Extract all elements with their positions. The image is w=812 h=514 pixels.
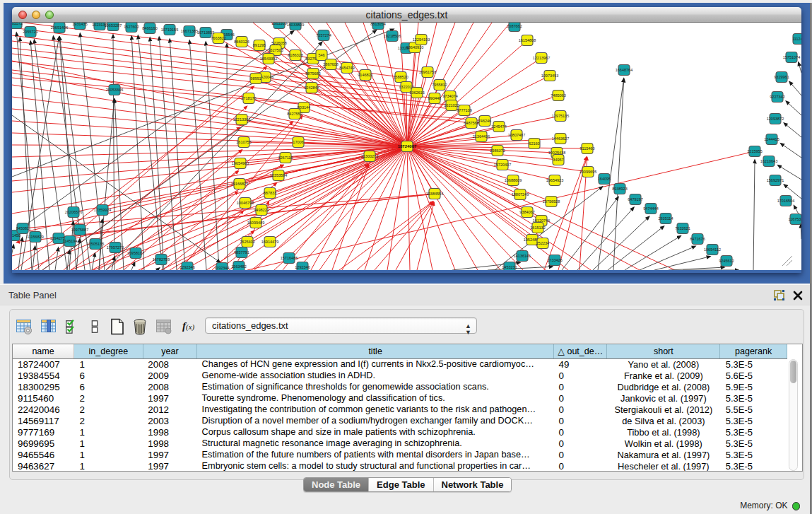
svg-text:17006: 17006	[293, 140, 303, 144]
svg-text:2986372: 2986372	[490, 148, 505, 153]
svg-text:16210643: 16210643	[760, 159, 777, 163]
svg-text:10046798: 10046798	[237, 201, 254, 205]
svg-text:10099695: 10099695	[579, 170, 596, 174]
svg-text:16961758: 16961758	[419, 70, 436, 74]
svg-text:12353594: 12353594	[270, 173, 287, 177]
svg-text:2935114: 2935114	[658, 216, 673, 221]
svg-text:845081: 845081	[16, 226, 29, 230]
svg-text:1292346: 1292346	[295, 265, 310, 269]
svg-text:19384554: 19384554	[426, 192, 443, 196]
svg-text:34957: 34957	[553, 158, 563, 162]
svg-text:16914479: 16914479	[261, 240, 278, 244]
svg-text:12093872: 12093872	[767, 117, 784, 121]
svg-text:10688609: 10688609	[505, 178, 522, 182]
svg-text:16154808: 16154808	[519, 38, 536, 42]
svg-text:19654963: 19654963	[232, 161, 249, 165]
svg-text:1621022: 1621022	[444, 103, 459, 107]
svg-text:9227342: 9227342	[770, 95, 784, 99]
svg-text:12213303: 12213303	[233, 117, 250, 122]
svg-text:9857791: 9857791	[234, 250, 249, 255]
svg-text:6487568: 6487568	[464, 121, 478, 125]
svg-text:9474444: 9474444	[643, 206, 658, 211]
svg-text:18724007: 18724007	[398, 144, 417, 148]
svg-text:62160: 62160	[529, 141, 539, 146]
svg-text:164095: 164095	[598, 177, 611, 181]
svg-text:12505135: 12505135	[87, 242, 104, 246]
svg-text:746246: 746246	[478, 119, 491, 123]
svg-text:111245: 111245	[792, 37, 801, 41]
svg-text:1244415: 1244415	[764, 137, 779, 141]
svg-text:1453231: 1453231	[502, 265, 517, 269]
svg-text:887833: 887833	[264, 191, 276, 195]
svg-text:12213967: 12213967	[533, 56, 550, 60]
svg-text:8466160: 8466160	[142, 26, 157, 30]
svg-text:8938923: 8938923	[612, 187, 627, 191]
svg-text:2055721: 2055721	[23, 30, 37, 34]
svg-text:2718176: 2718176	[241, 96, 256, 100]
svg-text:1733426: 1733426	[547, 258, 562, 262]
svg-text:17359924: 17359924	[94, 208, 111, 212]
svg-text:15692971: 15692971	[767, 178, 784, 182]
svg-text:1362615: 1362615	[409, 90, 424, 95]
svg-text:15716485: 15716485	[281, 256, 298, 260]
svg-text:3267110: 3267110	[278, 156, 293, 160]
svg-text:16782759: 16782759	[153, 257, 170, 262]
svg-text:9245612: 9245612	[719, 259, 734, 263]
svg-text:7663822: 7663822	[211, 36, 225, 40]
svg-text:1615132: 1615132	[530, 226, 545, 230]
svg-text:16033809: 16033809	[287, 23, 304, 27]
svg-text:8660124: 8660124	[234, 40, 249, 44]
svg-text:9734074: 9734074	[442, 94, 457, 98]
svg-text:17957273: 17957273	[107, 245, 124, 250]
svg-text:98991: 98991	[250, 76, 261, 81]
svg-text:990448: 990448	[428, 96, 441, 100]
svg-text:12975135: 12975135	[552, 114, 569, 118]
svg-text:8813054: 8813054	[370, 23, 385, 26]
svg-text:2867608: 2867608	[323, 62, 338, 66]
svg-text:1563482: 1563482	[231, 264, 246, 269]
svg-text:205572: 205572	[12, 23, 23, 25]
svg-text:7632621: 7632621	[675, 226, 690, 230]
svg-text:10756928: 10756928	[543, 199, 560, 204]
svg-text:7955812: 7955812	[432, 83, 447, 87]
svg-text:1588520: 1588520	[393, 75, 408, 79]
svg-text:8186328: 8186328	[288, 53, 302, 57]
svg-text:12254193: 12254193	[413, 37, 430, 42]
svg-text:10975887: 10975887	[71, 228, 88, 232]
svg-text:9777109: 9777109	[457, 108, 471, 112]
svg-text:891295: 891295	[253, 43, 266, 47]
svg-text:5875685: 5875685	[305, 71, 320, 76]
svg-text:21364436: 21364436	[473, 134, 490, 139]
svg-text:7485063: 7485063	[551, 93, 565, 98]
svg-text:9146821: 9146821	[358, 73, 372, 77]
svg-text:10973493: 10973493	[541, 74, 558, 78]
svg-text:16648764: 16648764	[616, 68, 632, 72]
svg-text:10958107: 10958107	[127, 251, 144, 255]
svg-text:7357274: 7357274	[316, 33, 331, 37]
svg-text:17016504: 17016504	[777, 199, 794, 203]
svg-text:9384067: 9384067	[519, 210, 534, 214]
svg-text:1527602: 1527602	[124, 25, 139, 29]
svg-text:14136141: 14136141	[514, 254, 531, 258]
svg-text:546: 546	[318, 53, 324, 57]
svg-text:9327503: 9327503	[268, 48, 283, 52]
svg-text:16713855: 16713855	[197, 30, 214, 35]
svg-text:16543392: 16543392	[260, 57, 277, 61]
svg-text:9242848: 9242848	[304, 86, 319, 90]
svg-text:15751074: 15751074	[783, 55, 800, 59]
svg-text:21300273: 21300273	[361, 154, 378, 158]
svg-text:14463627: 14463627	[552, 136, 569, 141]
svg-text:7625402: 7625402	[240, 240, 254, 244]
svg-text:1145194: 1145194	[62, 239, 77, 243]
svg-text:9115460: 9115460	[579, 146, 594, 151]
svg-text:3245474: 3245474	[491, 124, 506, 129]
svg-text:1292346: 1292346	[180, 265, 194, 269]
svg-text:1610755: 1610755	[236, 140, 251, 144]
svg-text:20053346: 20053346	[106, 88, 123, 92]
svg-text:10654112: 10654112	[704, 247, 721, 252]
svg-text:3215955: 3215955	[747, 149, 762, 153]
svg-text:1167533: 1167533	[788, 217, 801, 221]
svg-text:16671385: 16671385	[181, 29, 198, 33]
svg-text:9498222: 9498222	[254, 208, 269, 212]
svg-text:2087662: 2087662	[507, 24, 522, 28]
